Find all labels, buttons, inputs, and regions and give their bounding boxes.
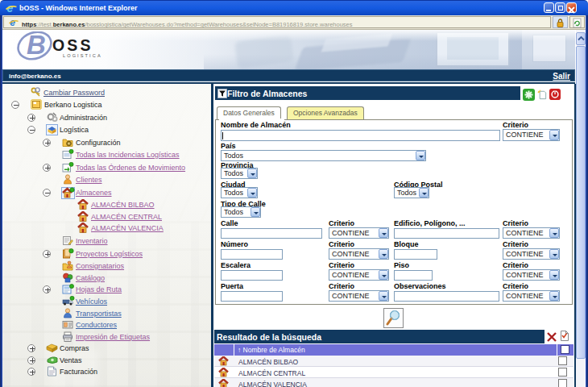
svg-text:OSS: OSS <box>52 36 93 54</box>
svg-text:B: B <box>27 31 46 60</box>
svg-text:LOGISTICA: LOGISTICA <box>63 53 102 58</box>
